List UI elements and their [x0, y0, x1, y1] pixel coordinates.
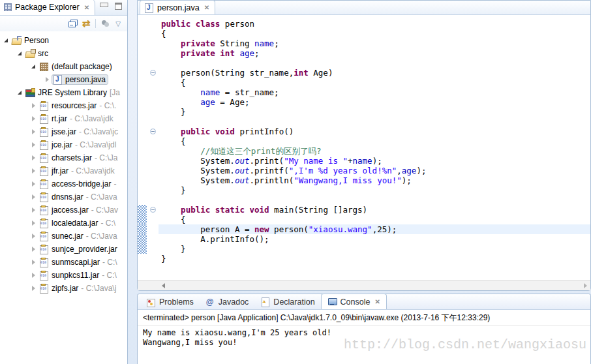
expanded-arrow-icon[interactable]: [3, 38, 9, 42]
link-with-editor-icon[interactable]: ⇄: [82, 20, 91, 27]
code-text[interactable]: [159, 195, 590, 205]
code-text[interactable]: public class person: [159, 19, 590, 29]
code-text[interactable]: person(String str_name,int Age): [159, 68, 590, 78]
tree-item-person-java[interactable]: person.java: [0, 73, 127, 86]
code-line[interactable]: }: [138, 185, 590, 195]
collapsed-arrow-icon[interactable]: [30, 129, 37, 134]
tree-item-rt-jar[interactable]: rt.jar- C:\Java\jdk: [0, 112, 127, 125]
tree-item-sunpkcs11-jar[interactable]: sunpkcs11.jar- C:\: [0, 269, 127, 282]
code-text[interactable]: {: [159, 78, 590, 87]
collapsed-arrow-icon[interactable]: [30, 234, 37, 239]
collapsed-arrow-icon[interactable]: [30, 273, 37, 278]
tree-item-jsse-jar[interactable]: jsse.jar- C:\Java\jc: [0, 125, 127, 138]
code-text[interactable]: [159, 58, 590, 68]
expanded-arrow-icon[interactable]: [16, 91, 23, 95]
code-text[interactable]: {: [159, 136, 590, 146]
focus-task-icon[interactable]: [101, 20, 110, 27]
code-line[interactable]: A.printInfo();: [138, 234, 590, 244]
tree-item-resources-jar[interactable]: resources.jar- C:\.: [0, 99, 127, 112]
expanded-arrow-icon[interactable]: [16, 52, 23, 55]
fold-collapse-icon[interactable]: [150, 129, 156, 134]
code-text[interactable]: public static void main(String []args): [159, 205, 590, 215]
code-line[interactable]: [138, 58, 590, 68]
scroll-right-icon[interactable]: [584, 283, 587, 288]
code-text[interactable]: System.out.print("My name is "+name);: [159, 156, 590, 166]
code-text[interactable]: name = str_name;: [159, 87, 590, 97]
collapsed-arrow-icon[interactable]: [30, 168, 37, 174]
code-line[interactable]: //知道这三个print的区别了吗?: [138, 146, 590, 156]
code-text[interactable]: //知道这三个print的区别了吗?: [159, 146, 590, 156]
collapsed-arrow-icon[interactable]: [30, 207, 37, 213]
tab-package-explorer[interactable]: Package Explorer ✕: [0, 0, 95, 15]
tab-person-java[interactable]: person.java ✕: [140, 0, 215, 14]
tree-item-sunjce-provider-jar[interactable]: sunjce_provider.jar: [0, 243, 127, 256]
tree-item-person[interactable]: Person: [0, 34, 127, 47]
code-text[interactable]: private int age;: [159, 48, 590, 58]
scroll-left-icon[interactable]: [162, 283, 165, 288]
collapsed-arrow-icon[interactable]: [30, 103, 37, 108]
fold-collapse-icon[interactable]: [150, 207, 156, 213]
code-line[interactable]: public class person: [138, 19, 590, 29]
tree-item-jfr-jar[interactable]: jfr.jar- C:\Java\jdk: [0, 164, 127, 177]
code-line[interactable]: }: [138, 254, 590, 264]
code-line[interactable]: person A = new person("xiaosu.wang",25);: [138, 224, 590, 234]
tree-item-localedata-jar[interactable]: localedata.jar- C:\: [0, 217, 127, 230]
code-text[interactable]: age = Age;: [159, 97, 590, 107]
tree-item-dnsns-jar[interactable]: dnsns.jar- C:\Java: [0, 190, 127, 204]
code-text[interactable]: [159, 117, 590, 127]
code-line[interactable]: System.out.println("Wangwang,I miss you!…: [138, 175, 590, 185]
tree-item-jaccess-jar[interactable]: jaccess.jar- C:\Jav: [0, 204, 127, 217]
code-line[interactable]: System.out.print("My name is "+name);: [138, 156, 590, 166]
code-text[interactable]: }: [159, 244, 590, 254]
tab-javadoc[interactable]: Javadoc: [200, 295, 255, 309]
maximize-icon[interactable]: [115, 3, 122, 10]
collapsed-arrow-icon[interactable]: [30, 247, 37, 252]
minimize-icon[interactable]: [100, 3, 107, 8]
collapsed-arrow-icon[interactable]: [30, 155, 37, 160]
horizontal-scrollbar[interactable]: [138, 280, 590, 290]
code-line[interactable]: }: [138, 107, 590, 117]
collapsed-arrow-icon[interactable]: [30, 194, 37, 200]
code-line[interactable]: [138, 195, 590, 205]
code-line[interactable]: {: [138, 29, 590, 38]
code-line[interactable]: {: [138, 136, 590, 146]
code-line[interactable]: person(String str_name,int Age): [138, 68, 590, 78]
view-menu-icon[interactable]: ▽: [115, 20, 121, 27]
tree-item-zipfs-jar[interactable]: zipfs.jar- C:\Java\j: [0, 282, 127, 295]
collapsed-arrow-icon[interactable]: [30, 142, 37, 147]
close-icon[interactable]: ✕: [203, 4, 209, 11]
code-text[interactable]: }: [159, 254, 590, 264]
fold-collapse-icon[interactable]: [150, 70, 156, 76]
code-text[interactable]: public void printInfo(): [159, 127, 590, 136]
tree-item-sunec-jar[interactable]: sunec.jar- C:\Java: [0, 230, 127, 243]
tree-item--default-package-[interactable]: (default package): [0, 60, 127, 73]
tab-console[interactable]: Console✕: [321, 294, 387, 309]
code-text[interactable]: }: [159, 107, 590, 117]
tree-item-jce-jar[interactable]: jce.jar- C:\Java\jdl: [0, 138, 127, 151]
code-line[interactable]: System.out.printf(",I'm %d years old!%n"…: [138, 166, 590, 175]
code-line[interactable]: }: [138, 244, 590, 254]
tree-item-access-bridge-jar[interactable]: access-bridge.jar-: [0, 177, 127, 190]
collapsed-arrow-icon[interactable]: [30, 116, 37, 121]
code-text[interactable]: }: [159, 185, 590, 195]
tree-item-src[interactable]: src: [0, 47, 127, 60]
close-icon[interactable]: ✕: [83, 4, 89, 11]
code-text[interactable]: {: [159, 29, 590, 38]
tab-declaration[interactable]: Declaration: [254, 295, 320, 309]
code-line[interactable]: public void printInfo(): [138, 127, 590, 136]
tab-problems[interactable]: Problems: [140, 295, 200, 309]
tree-item-jre-system-library[interactable]: JRE System Library[Ja: [0, 86, 127, 99]
code-editor[interactable]: public class person{ private String name…: [138, 15, 590, 272]
code-line[interactable]: public static void main(String []args): [138, 205, 590, 215]
code-text[interactable]: person A = new person("xiaosu.wang",25);: [159, 224, 590, 234]
expanded-arrow-icon[interactable]: [30, 65, 37, 68]
collapsed-arrow-icon[interactable]: [30, 286, 37, 291]
code-text[interactable]: {: [159, 215, 590, 224]
collapsed-arrow-icon[interactable]: [44, 77, 50, 82]
code-line[interactable]: name = str_name;: [138, 87, 590, 97]
collapse-all-icon[interactable]: [68, 20, 77, 27]
collapsed-arrow-icon[interactable]: [30, 260, 37, 265]
code-line[interactable]: [138, 117, 590, 127]
code-text[interactable]: System.out.printf(",I'm %d years old!%n"…: [159, 166, 590, 175]
code-line[interactable]: {: [138, 78, 590, 87]
